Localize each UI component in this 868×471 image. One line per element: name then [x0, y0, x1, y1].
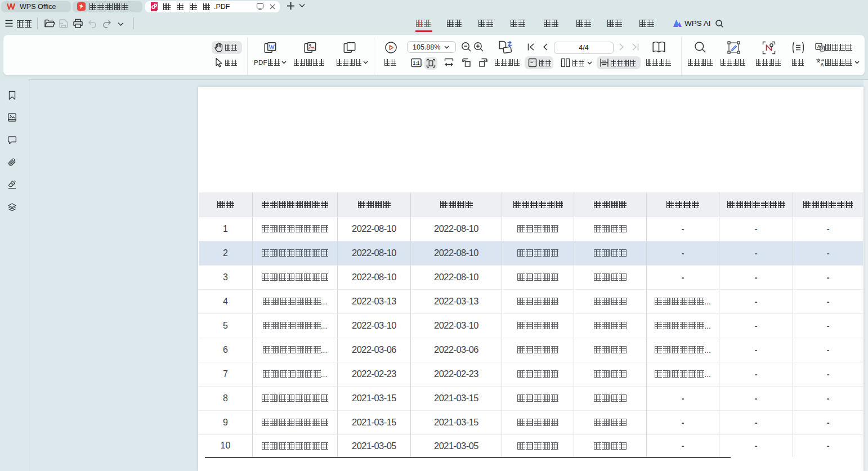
- svg-text:1:1: 1:1: [413, 61, 420, 66]
- svg-text:A: A: [820, 62, 824, 67]
